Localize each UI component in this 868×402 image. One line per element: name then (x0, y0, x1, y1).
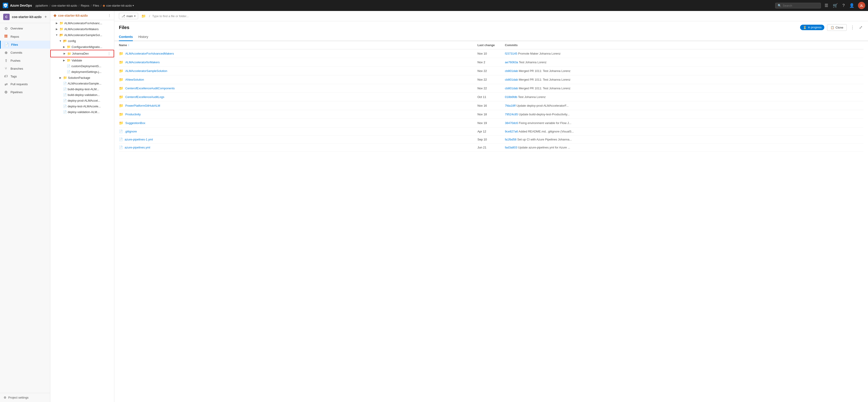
file-name-link[interactable]: ANewSolution (125, 78, 144, 81)
breadcrumb-files[interactable]: Files (93, 4, 99, 7)
chevron-right-icon: ▶ (59, 76, 62, 79)
search-input[interactable] (783, 4, 818, 7)
commit-hash-link[interactable]: cb801dab (505, 69, 518, 73)
tree-item-johannadev[interactable]: ▶ 📁 JohannaDev ⋮ (50, 50, 114, 57)
commit-message: Set up CI with Azure Pipelines Johanna..… (517, 138, 572, 141)
kebab-icon[interactable]: ⋮ (106, 52, 112, 56)
tree-item-deploy-validation[interactable]: 📄 deploy-validation-ALM... (50, 109, 114, 115)
list-icon[interactable]: ☰ (824, 2, 829, 9)
file-name-link[interactable]: azure-pipelines.yml (125, 146, 150, 149)
file-name-link[interactable]: CenterofExcellenceAuditLogs (125, 95, 164, 99)
breadcrumb-repo[interactable]: coe-starter-kit-azdo (52, 4, 77, 7)
tab-contents[interactable]: Contents (119, 33, 133, 41)
file-commits: fad3a803 Update azure-pipelines.yml for … (505, 146, 863, 149)
file-icon: 📄 (67, 70, 70, 73)
expand-icon[interactable]: ⤢ (858, 24, 863, 31)
user-icon[interactable]: 👤 (848, 2, 855, 9)
add-button[interactable]: + (44, 14, 47, 20)
help-icon[interactable]: ? (841, 2, 845, 9)
commit-message: Test Johanna Lorenz (519, 61, 547, 64)
file-name-link[interactable]: ALMAcceleratorforMakers (125, 61, 160, 64)
files-table: Name ↑ Last change Commits 📁 ALMAccelera… (114, 41, 868, 402)
file-name-link[interactable]: ALMAcceleratorSampleSolution (125, 69, 167, 73)
clone-button[interactable]: 📋 Clone (827, 24, 847, 31)
folder-icon: 📁 (119, 86, 123, 91)
status-badge[interactable]: ⏳ in progress (800, 25, 824, 30)
sidebar-item-files[interactable]: 📄 Files (0, 41, 50, 49)
sidebar-label-pipelines: Pipelines (10, 91, 23, 94)
tree-item-alm-advanced[interactable]: ▶ 📁 ALMAcceleratorForAdvanc... (50, 20, 114, 26)
tree-label: deploy-prod-ALMAccel... (68, 99, 112, 102)
tree-item-configmig[interactable]: ▶ 📁 ConfigurationMigratio... (50, 44, 114, 50)
tree-item-deploy-test[interactable]: 📄 deploy-test-ALMAccele... (50, 103, 114, 109)
file-name-link[interactable]: CenterofExcellenceAuditComponents (125, 87, 175, 90)
sidebar-item-pipelines[interactable]: ⚙ Pipelines (0, 88, 50, 96)
table-row: 📁 SuggestionBox Nov 19 38470dc6 Fixing e… (119, 119, 863, 128)
commit-hash-link[interactable]: 018b6fdb (505, 95, 517, 99)
tree-label: config (68, 39, 112, 43)
tree-item-build-deploy-valid[interactable]: 📄 build-deploy-validation... (50, 92, 114, 98)
sidebar-item-pushes[interactable]: ⇧ Pushes (0, 57, 50, 65)
file-name-link[interactable]: SuggestionBox (125, 121, 145, 125)
chevron-right-icon: ▶ (62, 59, 66, 62)
commit-hash-link[interactable]: ae76063a (505, 61, 518, 64)
search-box[interactable]: 🔍 (775, 3, 821, 8)
avatar[interactable]: JL (858, 2, 865, 9)
tree-item-alm-makers[interactable]: ▶ 📁 ALMAcceleratorforMakers (50, 26, 114, 32)
tree-item-config[interactable]: ▼ 📂 config (50, 38, 114, 44)
sidebar-item-branches[interactable]: ⑂ Branches (0, 65, 50, 72)
commit-message: Merged PR 1011: Test Johanna Lorenz (519, 87, 570, 90)
col-header-commits: Commits (505, 43, 863, 47)
project-settings[interactable]: ⚙ Project settings (0, 393, 50, 402)
project-icon: C (3, 14, 10, 20)
file-name-cell: 📁 PowerPlatformGitHubALM (119, 103, 477, 108)
tab-history[interactable]: History (138, 33, 148, 41)
status-text: in progress (808, 26, 822, 29)
sidebar-item-overview[interactable]: ⊙ Overview (0, 25, 50, 32)
app-logo[interactable]: Azure DevOps (3, 3, 32, 8)
sidebar-item-repos[interactable]: Repos (0, 32, 50, 41)
commit-hash-link[interactable]: 79524c85 (505, 112, 518, 116)
sidebar-item-pullrequests[interactable]: ⇄ Pull requests (0, 80, 50, 88)
tree-item-almsample-file[interactable]: 📄 ALMAcceleratorSample... (50, 80, 114, 86)
tree-item-customdeploy[interactable]: 📄 customDeploymentS... (50, 63, 114, 69)
header-kebab-icon[interactable]: ⋮ (849, 24, 856, 31)
breadcrumb-repos[interactable]: Repos (81, 4, 89, 7)
content-topbar: ⎇ main ▾ 📁 / Type to find a file or fold… (114, 11, 868, 21)
file-lastchange: Sep 10 (477, 138, 505, 141)
cart-icon[interactable]: 🛒 (832, 2, 839, 9)
commit-hash-link[interactable]: 7fda18ff (505, 104, 516, 107)
file-name-link[interactable]: Productivity (125, 112, 141, 116)
commit-hash-link[interactable]: fad3a803 (505, 146, 517, 149)
file-name-cell: 📁 SuggestionBox (119, 121, 477, 125)
tree-item-validate[interactable]: ▶ 📁 Validate (50, 57, 114, 63)
branch-selector[interactable]: ⎇ main ▾ (119, 13, 138, 19)
tree-item-deploysettings[interactable]: 📄 deploymentSettings.j... (50, 69, 114, 75)
folder-icon: 📁 (119, 52, 123, 56)
folder-icon: 📁 (119, 95, 123, 99)
file-name-link[interactable]: .gitignore (125, 130, 137, 133)
tree-kebab-icon[interactable]: ⋮ (108, 14, 111, 17)
commits-icon: ⊕ (4, 51, 8, 55)
commit-hash-link[interactable]: f1573145 (505, 52, 517, 55)
sidebar-item-commits[interactable]: ⊕ Commits (0, 49, 50, 57)
sidebar-item-tags[interactable]: 🏷 Tags (0, 72, 50, 80)
tree-item-build-deploy-test[interactable]: 📄 build-deploy-test-ALM... (50, 86, 114, 92)
page-title: Files (119, 25, 129, 30)
commit-hash-link[interactable]: cb801dab (505, 78, 518, 81)
file-name-link[interactable]: azure-pipelines-1.yml (125, 138, 153, 141)
settings-icon: ⚙ (4, 396, 6, 399)
tree-item-solutionpackage[interactable]: ▶ 📁 SolutionPackage (50, 75, 114, 80)
file-name-link[interactable]: PowerPlatformGitHubALM (125, 104, 160, 107)
tree-item-alm-sample[interactable]: ▼ 📂 ALMAcceleratorSampleSol... (50, 32, 114, 38)
file-lastchange: Nov 22 (477, 78, 505, 81)
tree-label: ALMAcceleratorforMakers (64, 27, 112, 31)
file-name-link[interactable]: ALMAcceleratorForAdvancedMakers (125, 52, 174, 55)
commit-hash-link[interactable]: fa1fbd58 (505, 138, 517, 141)
folder-nav-icon[interactable]: 📁 (141, 13, 147, 19)
breadcrumb-pplatform[interactable]: pplatform (36, 4, 48, 7)
commit-hash-link[interactable]: cb801dab (505, 87, 518, 90)
commit-hash-link[interactable]: 9ce827a6 (505, 130, 518, 133)
commit-hash-link[interactable]: 38470dc6 (505, 121, 518, 125)
tree-item-deploy-prod[interactable]: 📄 deploy-prod-ALMAccel... (50, 98, 114, 103)
